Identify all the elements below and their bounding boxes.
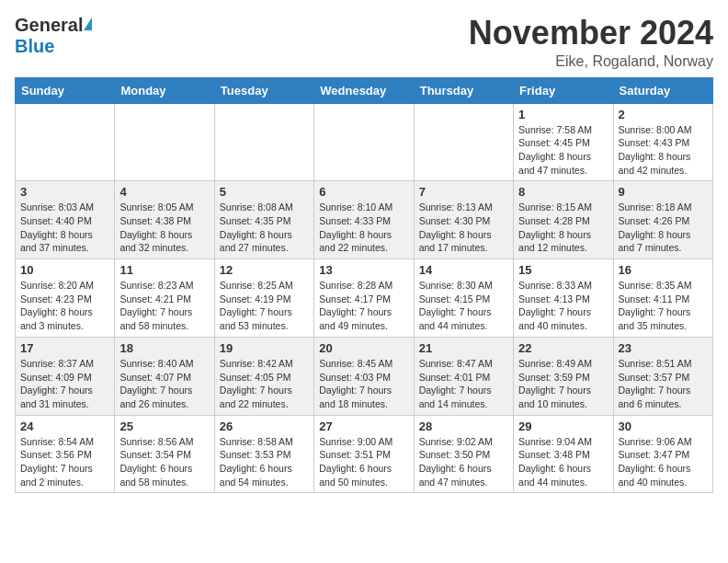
- calendar-cell: 26Sunrise: 8:58 AM Sunset: 3:53 PM Dayli…: [214, 415, 313, 493]
- day-number: 15: [518, 263, 608, 277]
- column-header-tuesday: Tuesday: [214, 77, 313, 103]
- calendar-cell: 15Sunrise: 8:33 AM Sunset: 4:13 PM Dayli…: [514, 259, 613, 338]
- day-info: Sunrise: 8:54 AM Sunset: 3:56 PM Dayligh…: [20, 435, 109, 489]
- calendar-cell: 2Sunrise: 8:00 AM Sunset: 4:43 PM Daylig…: [613, 103, 712, 181]
- calendar-cell: 6Sunrise: 8:10 AM Sunset: 4:33 PM Daylig…: [314, 181, 414, 259]
- title-area: November 2024 Eike, Rogaland, Norway: [469, 15, 713, 70]
- day-info: Sunrise: 8:47 AM Sunset: 4:01 PM Dayligh…: [419, 357, 508, 411]
- day-info: Sunrise: 8:00 AM Sunset: 4:43 PM Dayligh…: [619, 123, 708, 178]
- calendar-table: SundayMondayTuesdayWednesdayThursdayFrid…: [15, 77, 713, 494]
- day-info: Sunrise: 7:58 AM Sunset: 4:45 PM Dayligh…: [518, 123, 608, 178]
- calendar-cell: 13Sunrise: 8:28 AM Sunset: 4:17 PM Dayli…: [314, 259, 414, 338]
- calendar-cell: 29Sunrise: 9:04 AM Sunset: 3:48 PM Dayli…: [514, 415, 613, 493]
- day-info: Sunrise: 8:18 AM Sunset: 4:26 PM Dayligh…: [619, 201, 708, 255]
- calendar-cell: 18Sunrise: 8:40 AM Sunset: 4:07 PM Dayli…: [115, 337, 214, 415]
- day-info: Sunrise: 8:56 AM Sunset: 3:54 PM Dayligh…: [119, 435, 209, 489]
- day-number: 12: [220, 263, 309, 277]
- calendar-cell: 10Sunrise: 8:20 AM Sunset: 4:23 PM Dayli…: [16, 259, 115, 338]
- day-info: Sunrise: 8:08 AM Sunset: 4:35 PM Dayligh…: [220, 201, 309, 255]
- calendar-week-3: 10Sunrise: 8:20 AM Sunset: 4:23 PM Dayli…: [16, 259, 713, 338]
- calendar-week-2: 3Sunrise: 8:03 AM Sunset: 4:40 PM Daylig…: [16, 181, 713, 259]
- day-info: Sunrise: 8:42 AM Sunset: 4:05 PM Dayligh…: [220, 357, 309, 411]
- calendar-cell: [16, 103, 115, 181]
- day-info: Sunrise: 9:02 AM Sunset: 3:50 PM Dayligh…: [419, 435, 508, 489]
- day-number: 6: [319, 185, 408, 199]
- calendar-cell: 11Sunrise: 8:23 AM Sunset: 4:21 PM Dayli…: [115, 259, 214, 338]
- calendar-cell: 14Sunrise: 8:30 AM Sunset: 4:15 PM Dayli…: [414, 259, 513, 338]
- calendar-cell: 3Sunrise: 8:03 AM Sunset: 4:40 PM Daylig…: [16, 181, 115, 259]
- column-header-monday: Monday: [115, 77, 214, 103]
- day-number: 27: [319, 419, 408, 433]
- day-number: 29: [518, 419, 608, 433]
- day-info: Sunrise: 8:15 AM Sunset: 4:28 PM Dayligh…: [518, 201, 608, 255]
- day-number: 2: [619, 108, 708, 121]
- day-number: 13: [319, 263, 408, 277]
- page-header: General Blue November 2024 Eike, Rogalan…: [15, 15, 713, 70]
- logo: General Blue: [15, 15, 92, 57]
- calendar-cell: 21Sunrise: 8:47 AM Sunset: 4:01 PM Dayli…: [414, 337, 513, 415]
- month-title: November 2024: [469, 15, 713, 52]
- day-info: Sunrise: 8:33 AM Sunset: 4:13 PM Dayligh…: [518, 279, 608, 333]
- calendar-cell: 9Sunrise: 8:18 AM Sunset: 4:26 PM Daylig…: [613, 181, 712, 259]
- day-number: 5: [220, 185, 309, 199]
- logo-triangle-icon: [84, 17, 92, 30]
- day-number: 4: [119, 185, 209, 199]
- day-info: Sunrise: 9:06 AM Sunset: 3:47 PM Dayligh…: [619, 435, 708, 489]
- calendar-cell: [214, 103, 313, 181]
- day-number: 23: [619, 341, 708, 355]
- day-info: Sunrise: 8:23 AM Sunset: 4:21 PM Dayligh…: [119, 279, 209, 333]
- calendar-cell: 4Sunrise: 8:05 AM Sunset: 4:38 PM Daylig…: [115, 181, 214, 259]
- column-header-wednesday: Wednesday: [314, 77, 414, 103]
- calendar-cell: 30Sunrise: 9:06 AM Sunset: 3:47 PM Dayli…: [613, 415, 712, 493]
- calendar-week-1: 1Sunrise: 7:58 AM Sunset: 4:45 PM Daylig…: [16, 103, 713, 181]
- calendar-cell: 16Sunrise: 8:35 AM Sunset: 4:11 PM Dayli…: [613, 259, 712, 338]
- day-number: 1: [518, 108, 608, 121]
- calendar-cell: 12Sunrise: 8:25 AM Sunset: 4:19 PM Dayli…: [214, 259, 313, 338]
- day-number: 8: [518, 185, 608, 199]
- day-info: Sunrise: 8:58 AM Sunset: 3:53 PM Dayligh…: [220, 435, 309, 489]
- day-info: Sunrise: 8:35 AM Sunset: 4:11 PM Dayligh…: [619, 279, 708, 333]
- location-text: Eike, Rogaland, Norway: [469, 53, 713, 70]
- calendar-cell: 24Sunrise: 8:54 AM Sunset: 3:56 PM Dayli…: [16, 415, 115, 493]
- calendar-cell: 1Sunrise: 7:58 AM Sunset: 4:45 PM Daylig…: [514, 103, 613, 181]
- calendar-cell: [414, 103, 513, 181]
- day-number: 28: [419, 419, 508, 433]
- day-info: Sunrise: 8:30 AM Sunset: 4:15 PM Dayligh…: [419, 279, 508, 333]
- calendar-cell: 25Sunrise: 8:56 AM Sunset: 3:54 PM Dayli…: [115, 415, 214, 493]
- day-info: Sunrise: 8:37 AM Sunset: 4:09 PM Dayligh…: [20, 357, 109, 411]
- calendar-cell: 20Sunrise: 8:45 AM Sunset: 4:03 PM Dayli…: [314, 337, 414, 415]
- day-number: 16: [619, 263, 708, 277]
- column-header-saturday: Saturday: [613, 77, 712, 103]
- day-info: Sunrise: 8:13 AM Sunset: 4:30 PM Dayligh…: [419, 201, 508, 255]
- day-number: 26: [220, 419, 309, 433]
- day-info: Sunrise: 9:04 AM Sunset: 3:48 PM Dayligh…: [518, 435, 608, 489]
- day-number: 14: [419, 263, 508, 277]
- column-header-friday: Friday: [514, 77, 613, 103]
- day-number: 10: [20, 263, 109, 277]
- day-number: 19: [220, 341, 309, 355]
- calendar-week-4: 17Sunrise: 8:37 AM Sunset: 4:09 PM Dayli…: [16, 337, 713, 415]
- calendar-cell: 28Sunrise: 9:02 AM Sunset: 3:50 PM Dayli…: [414, 415, 513, 493]
- logo-general-text: General: [15, 15, 83, 36]
- calendar-cell: 27Sunrise: 9:00 AM Sunset: 3:51 PM Dayli…: [314, 415, 414, 493]
- day-number: 9: [619, 185, 708, 199]
- calendar-cell: [314, 103, 414, 181]
- calendar-cell: [115, 103, 214, 181]
- day-number: 18: [119, 341, 209, 355]
- day-info: Sunrise: 8:25 AM Sunset: 4:19 PM Dayligh…: [220, 279, 309, 333]
- day-info: Sunrise: 8:05 AM Sunset: 4:38 PM Dayligh…: [119, 201, 209, 255]
- calendar-cell: 7Sunrise: 8:13 AM Sunset: 4:30 PM Daylig…: [414, 181, 513, 259]
- day-number: 25: [119, 419, 209, 433]
- day-number: 7: [419, 185, 508, 199]
- day-number: 21: [419, 341, 508, 355]
- day-number: 3: [20, 185, 109, 199]
- day-info: Sunrise: 8:51 AM Sunset: 3:57 PM Dayligh…: [619, 357, 708, 411]
- column-header-sunday: Sunday: [16, 77, 115, 103]
- day-number: 17: [20, 341, 109, 355]
- calendar-header-row: SundayMondayTuesdayWednesdayThursdayFrid…: [16, 77, 713, 103]
- day-info: Sunrise: 8:10 AM Sunset: 4:33 PM Dayligh…: [319, 201, 408, 255]
- calendar-cell: 23Sunrise: 8:51 AM Sunset: 3:57 PM Dayli…: [613, 337, 712, 415]
- day-info: Sunrise: 8:49 AM Sunset: 3:59 PM Dayligh…: [518, 357, 608, 411]
- day-info: Sunrise: 8:20 AM Sunset: 4:23 PM Dayligh…: [20, 279, 109, 333]
- day-number: 11: [119, 263, 209, 277]
